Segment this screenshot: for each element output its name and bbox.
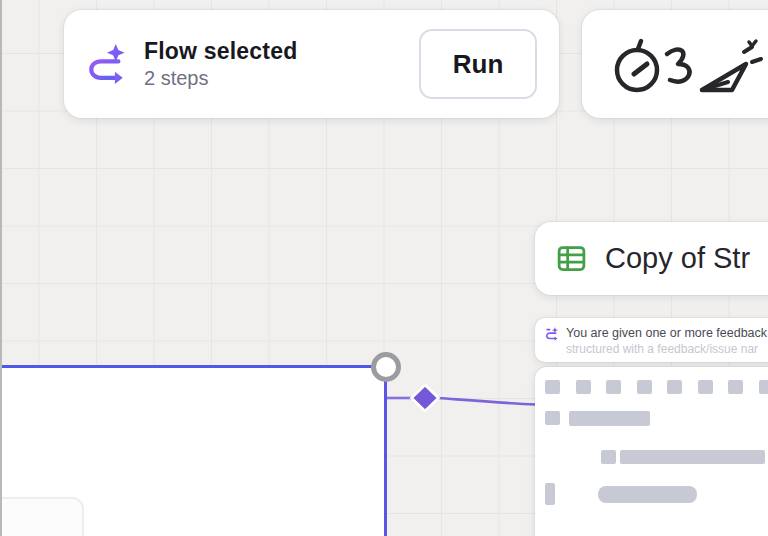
skeleton-bar — [620, 450, 765, 464]
flow-node-card[interactable] — [0, 365, 387, 536]
spreadsheet-table-icon — [555, 242, 588, 275]
skeleton-row — [545, 483, 768, 505]
skeleton-cell — [637, 380, 652, 394]
prompt-line-2: structured with a feedback/issue nar — [566, 342, 767, 356]
selection-toolbar: Flow selected 2 steps Run — [64, 10, 559, 118]
flow-sparkle-icon — [545, 327, 559, 341]
skeleton-row — [545, 411, 768, 426]
doodle-card[interactable] — [582, 10, 768, 118]
toolbar-text: Flow selected 2 steps — [144, 38, 403, 90]
skeleton-cell — [606, 380, 621, 394]
skeleton-bar — [598, 486, 697, 503]
hand-drawn-stopwatch-3-pen-doodle-icon — [610, 28, 768, 100]
skeleton-cell — [698, 380, 713, 394]
flow-canvas[interactable]: { "canvas": { "background_color": "#f1f0… — [0, 0, 768, 536]
toolbar-step-count: 2 steps — [144, 67, 403, 90]
skeleton-header-row — [545, 380, 768, 394]
prompt-line-1: You are given one or more feedback — [566, 326, 767, 340]
table-node-card[interactable] — [535, 367, 768, 536]
nested-node-card[interactable] — [0, 497, 84, 536]
skeleton-cell — [728, 380, 743, 394]
skeleton-cell — [667, 380, 682, 394]
skeleton-cell — [601, 450, 616, 464]
edge-diamond-marker — [412, 385, 439, 411]
skeleton-row — [601, 450, 768, 464]
toolbar-title: Flow selected — [144, 38, 403, 65]
skeleton-cell — [759, 380, 768, 394]
sheet-node-header[interactable]: Copy of Str — [535, 222, 768, 295]
flow-sparkle-icon — [86, 43, 128, 85]
node-connector-handle[interactable] — [371, 352, 401, 382]
skeleton-cell — [545, 411, 560, 425]
skeleton-cell — [545, 483, 555, 505]
prompt-node-card[interactable]: You are given one or more feedback struc… — [535, 318, 768, 362]
skeleton-bar — [569, 411, 650, 426]
sheet-node-title: Copy of Str — [605, 242, 750, 275]
run-button[interactable]: Run — [419, 29, 537, 99]
skeleton-cell — [545, 380, 560, 394]
skeleton-cell — [576, 380, 591, 394]
prompt-text: You are given one or more feedback struc… — [566, 326, 767, 356]
